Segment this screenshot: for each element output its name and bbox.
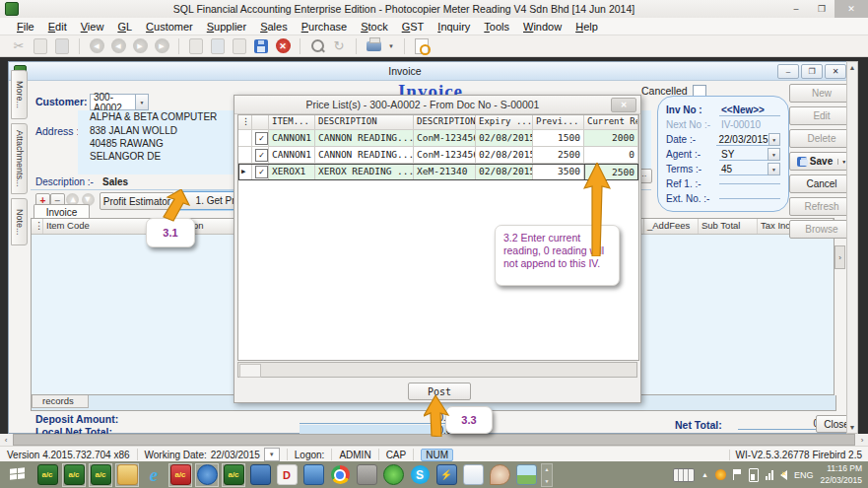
agent-value[interactable]: SY [719,149,768,161]
taskbar-divider[interactable]: ▲▼ [541,463,553,487]
sql-account-icon[interactable]: a/c [35,463,59,487]
menu-gst[interactable]: GST [395,19,432,35]
paint-icon[interactable] [488,463,511,487]
row-checkbox[interactable]: ✓ [255,166,268,178]
maximize-icon[interactable]: ❐ [809,0,835,18]
table-row[interactable]: ✓ CANNON1 CANNON READING... ConM-1234567… [238,130,638,147]
photos-icon[interactable] [514,463,538,487]
menu-inquiry[interactable]: Inquiry [431,19,477,35]
menu-stock[interactable]: Stock [354,19,395,35]
menu-tools[interactable]: Tools [477,19,516,35]
green-app-icon[interactable] [381,463,405,487]
internet-explorer-icon[interactable]: e [142,463,166,487]
row-checkbox[interactable]: ✓ [255,132,268,145]
ext-no-value[interactable] [719,198,780,199]
chevron-down-icon[interactable]: ▼ [768,133,780,146]
print-dropdown-icon[interactable]: ▼ [386,37,396,55]
blue-app-icon[interactable] [301,463,325,487]
menu-purchase[interactable]: Purchase [295,19,354,35]
col-description[interactable]: DESCRIPTION [315,115,414,130]
panel-splitter[interactable]: › [835,245,845,269]
print-icon[interactable] [365,37,382,55]
table-row-selected[interactable]: ▶ ✓ XEROX1 XEROX READING ... XeM-21340 0… [238,164,638,180]
menu-file[interactable]: File [10,19,41,35]
invoice-minimize-icon[interactable]: – [777,64,799,79]
language-indicator[interactable]: ENG [794,470,814,480]
refresh-icon[interactable]: ↻ [330,37,348,55]
paste-icon[interactable] [53,37,71,55]
menu-sales[interactable]: Sales [253,19,295,35]
minimize-icon[interactable]: – [783,0,809,18]
scroll-down-icon[interactable]: ▼ [849,422,856,433]
cut-icon[interactable]: ✂ [10,37,28,55]
menu-gl[interactable]: GL [110,19,139,35]
col-addfees[interactable]: _AddFees [644,219,699,234]
network-signal-icon[interactable] [766,470,773,480]
scroll-up-icon[interactable]: ▲ [849,62,856,73]
col-previous[interactable]: Previ... [533,115,584,130]
sql-account-icon[interactable]: a/c [62,463,86,487]
chevron-down-icon[interactable]: ▼ [768,148,780,161]
first-record-icon[interactable]: ◀ [88,37,105,55]
remove-doc-icon[interactable] [231,37,248,55]
scroll-right-icon[interactable]: › [856,434,868,446]
save-dropdown-icon[interactable]: ▼ [837,159,846,165]
table-row[interactable]: ✓ CANNON1 CANNON READING... ConM-1234567… [238,147,638,164]
pc-app-icon[interactable]: ⚡ [434,463,458,487]
cell-current-reading[interactable]: 2000 [584,130,638,147]
remote-desktop-icon[interactable] [248,463,272,487]
copy-icon[interactable] [32,37,49,55]
cancel-button[interactable]: Cancel [789,174,854,193]
col-item[interactable]: ITEM... [269,115,315,130]
volume-muted-icon[interactable] [780,470,787,480]
tab-attachments[interactable]: Attachments... [11,123,28,194]
next-record-icon[interactable]: ▶ [131,37,149,55]
invoice-close-icon[interactable]: ✕ [825,64,846,79]
row-checkbox[interactable]: ✓ [255,149,268,162]
chrome-icon[interactable] [328,463,352,487]
tab-note[interactable]: Note... [11,198,28,245]
chevron-down-icon[interactable]: ▼ [264,448,280,461]
battery-icon[interactable] [749,468,759,482]
clock[interactable]: 11:16 PM 22/03/2015 [820,463,862,485]
menu-view[interactable]: View [74,19,111,35]
save-icon[interactable] [252,37,270,55]
customer-combo[interactable]: 300-A0002 ▼ [90,94,149,110]
edit-button[interactable]: Edit [789,106,854,125]
ref1-value[interactable] [719,183,780,184]
menu-supplier[interactable]: Supplier [200,19,253,35]
action-center-flag-icon[interactable] [733,469,742,480]
edit-doc-icon[interactable] [209,37,227,55]
search-icon[interactable] [308,37,326,55]
menu-customer[interactable]: Customer [139,19,200,35]
last-record-icon[interactable]: ▶ [153,37,170,55]
start-button[interactable] [0,461,35,488]
sql-payroll-icon[interactable]: a/c [168,463,192,487]
menu-help[interactable]: Help [568,19,605,35]
col-current-reading[interactable]: Current Reading [584,115,638,130]
tray-app-icon[interactable] [715,469,726,480]
menu-edit[interactable]: Edit [41,19,74,35]
date-value[interactable]: 22/03/2015 [716,134,768,146]
chevron-down-icon[interactable]: ▼ [768,163,780,175]
col-description2[interactable]: DESCRIPTION2 [414,115,476,130]
touch-keyboard-icon[interactable] [673,468,695,482]
preview-icon[interactable] [413,37,431,55]
save-button[interactable]: Save▼ [789,152,854,171]
terms-value[interactable]: 45 [719,164,768,175]
vertical-scrollbar[interactable]: ▲ ▼ [846,61,858,434]
sql-account-icon[interactable]: a/c [222,463,245,487]
notepad-icon[interactable] [461,463,485,487]
file-explorer-icon[interactable] [115,463,139,487]
cell-current-reading[interactable]: 0 [584,147,638,164]
d-app-icon[interactable]: D [275,463,299,487]
prev-record-icon[interactable]: ◀ [109,37,127,55]
invoice-restore-icon[interactable]: ❐ [801,64,823,79]
dialog-close-icon[interactable]: ✕ [611,98,636,112]
skype-icon[interactable]: S [408,463,432,487]
cancel-icon[interactable]: ✕ [274,37,292,55]
records-tab[interactable]: records [32,395,89,408]
tray-expand-icon[interactable]: ▲ [701,471,708,478]
tab-more[interactable]: More... [11,70,28,119]
close-icon[interactable]: ✕ [835,0,868,18]
